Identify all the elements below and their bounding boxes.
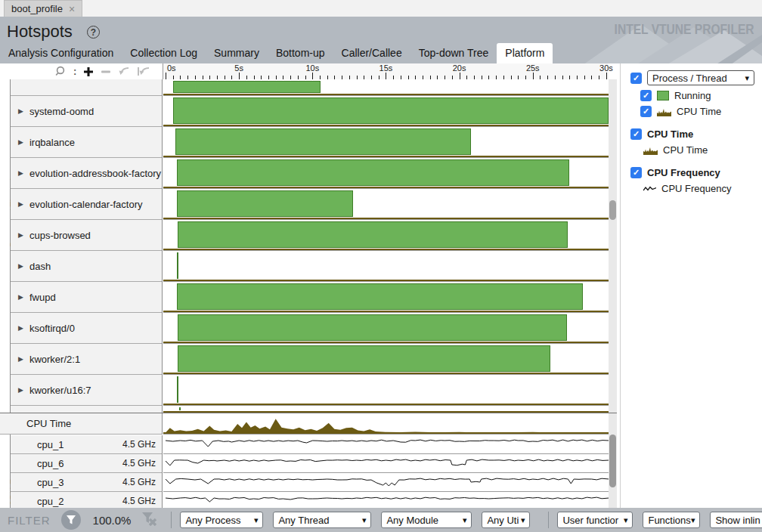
- chevron-down-icon: ▾: [624, 515, 628, 525]
- filter-funnel-icon[interactable]: [61, 510, 81, 530]
- process-row-label[interactable]: ▶dash: [11, 250, 162, 281]
- running-bar[interactable]: [177, 283, 583, 310]
- process-row-label[interactable]: ▶irqbalance: [11, 126, 162, 157]
- chevron-down-icon: ▾: [691, 515, 695, 525]
- process-row-track[interactable]: [163, 312, 609, 343]
- expand-triangle-icon[interactable]: ▶: [18, 138, 23, 146]
- cpu-frequency-track[interactable]: [163, 492, 609, 508]
- time-ruler[interactable]: 0s5s10s15s20s25s30s: [163, 63, 609, 79]
- expand-triangle-icon[interactable]: ▶: [18, 200, 23, 208]
- process-scrollbar[interactable]: [609, 79, 617, 413]
- running-bar[interactable]: [179, 407, 181, 410]
- document-tab[interactable]: boot_profile ×: [4, 0, 82, 17]
- running-bar[interactable]: [177, 159, 570, 186]
- process-row-track[interactable]: [163, 157, 609, 188]
- checkbox-checked[interactable]: ✓: [630, 128, 642, 140]
- zoom-in-button[interactable]: [83, 66, 94, 77]
- close-icon[interactable]: ×: [69, 4, 75, 14]
- process-row-label[interactable]: ▶cups-browsed: [11, 219, 162, 250]
- ruler-major-tick: [606, 73, 607, 79]
- cpu-frequency-row-label[interactable]: cpu_64.5 GHz: [11, 454, 162, 473]
- tab-caller-callee[interactable]: Caller/Callee: [333, 43, 410, 63]
- help-icon[interactable]: ?: [87, 26, 100, 39]
- redo-zoom-button[interactable]: [137, 66, 150, 76]
- running-bar[interactable]: [173, 97, 609, 124]
- expand-triangle-icon[interactable]: ▶: [18, 262, 23, 270]
- running-bar[interactable]: [177, 376, 178, 403]
- process-row-label[interactable]: ▶fwupd: [11, 281, 162, 312]
- process-row-track[interactable]: [163, 95, 609, 126]
- cpu-time-chart[interactable]: [163, 413, 609, 435]
- process-row-track[interactable]: [163, 343, 609, 374]
- filter-select-functions[interactable]: Functions▾: [643, 512, 700, 528]
- process-row-track[interactable]: [163, 188, 609, 219]
- tab-collection-log[interactable]: Collection Log: [122, 43, 206, 63]
- legend-section-title: CPU Frequency: [647, 167, 720, 178]
- group-by-select[interactable]: Process / Thread▾: [647, 70, 754, 85]
- filter-select-any-thread[interactable]: Any Thread▾: [273, 512, 371, 528]
- process-row-track[interactable]: [163, 79, 609, 95]
- running-bar[interactable]: [173, 81, 321, 93]
- process-row-label[interactable]: ▶evolution-calendar-factory: [11, 188, 162, 219]
- filter-select-any-module[interactable]: Any Module▾: [381, 512, 472, 528]
- expand-triangle-icon[interactable]: ▶: [18, 107, 23, 115]
- filter-select-show-inlin[interactable]: Show inlin▾: [710, 512, 762, 528]
- process-scrollbar-thumb[interactable]: [609, 200, 616, 220]
- process-row-label[interactable]: ▶evolution-addressbook-factory: [11, 157, 162, 188]
- filter-select-any-uti[interactable]: Any Uti▾: [482, 512, 530, 528]
- legend-group-process-thread: ✓Process / Thread▾: [630, 70, 762, 85]
- cpu-frequency-track[interactable]: [163, 473, 609, 492]
- process-row-track[interactable]: [163, 250, 609, 281]
- running-bar[interactable]: [178, 345, 551, 372]
- expand-triangle-icon[interactable]: ▶: [18, 293, 23, 301]
- checkbox-checked[interactable]: ✓: [630, 167, 642, 178]
- checkbox-checked[interactable]: ✓: [640, 90, 652, 101]
- process-name: fwupd: [29, 292, 56, 303]
- expand-triangle-icon[interactable]: ▶: [18, 324, 23, 332]
- tab-summary[interactable]: Summary: [206, 43, 268, 63]
- zoom-out-button[interactable]: [101, 66, 111, 77]
- tab-analysis-configuration[interactable]: Analysis Configuration: [0, 43, 122, 63]
- zoom-tool-icon[interactable]: [54, 66, 67, 77]
- process-row-label[interactable]: ▶systemd-oomd: [11, 95, 162, 126]
- cpu-frequency-chart-area[interactable]: [163, 435, 609, 508]
- expand-triangle-icon[interactable]: ▶: [18, 169, 23, 177]
- running-bar[interactable]: [175, 128, 471, 155]
- process-row-track[interactable]: [163, 126, 609, 157]
- expand-triangle-icon[interactable]: ▶: [18, 355, 23, 363]
- cpu-frequency-row-label[interactable]: cpu_24.5 GHz: [11, 492, 162, 508]
- timeline-toolbar: : 0s5s10s15s20s25s30s: [0, 63, 617, 79]
- process-row-track[interactable]: [163, 219, 609, 250]
- cpu-name: cpu_6: [37, 458, 122, 469]
- cpu-frequency-track[interactable]: [163, 454, 609, 473]
- cpu-frequency-track[interactable]: [163, 435, 609, 454]
- process-row-label[interactable]: ▶kworker/u16:7: [11, 374, 162, 405]
- cpu-frequency-row-label[interactable]: cpu_14.5 GHz: [11, 435, 162, 454]
- process-chart-area[interactable]: [163, 79, 609, 413]
- tab-bottom-up[interactable]: Bottom-up: [268, 43, 333, 63]
- filter-select-user-functior[interactable]: User functior▾: [557, 512, 633, 528]
- expand-triangle-icon[interactable]: ▶: [18, 386, 23, 394]
- undo-zoom-button[interactable]: [118, 66, 130, 76]
- filter-clear-icon[interactable]: [141, 511, 158, 529]
- process-row-track[interactable]: [163, 281, 609, 312]
- tab-platform[interactable]: Platform: [497, 43, 553, 63]
- cpu-scrollbar[interactable]: [609, 413, 617, 508]
- expand-triangle-icon[interactable]: ▶: [18, 231, 23, 239]
- running-bar[interactable]: [178, 221, 568, 248]
- process-row-track[interactable]: [163, 374, 609, 405]
- running-bar[interactable]: [178, 314, 568, 341]
- process-row-track[interactable]: [163, 405, 609, 413]
- running-bar[interactable]: [177, 252, 178, 279]
- tab-top-down-tree[interactable]: Top-down Tree: [410, 43, 497, 63]
- process-row-label[interactable]: ▶ksoftirqd/0: [11, 312, 162, 343]
- filter-select-any-process[interactable]: Any Process▾: [180, 512, 263, 528]
- cpu-time-row-label[interactable]: CPU Time: [0, 413, 163, 435]
- cpu-frequency-row-label[interactable]: cpu_34.5 GHz: [11, 473, 162, 492]
- process-row-label[interactable]: ▶kworker/2:1: [11, 343, 162, 374]
- checkbox-checked[interactable]: ✓: [640, 106, 652, 117]
- checkbox-checked[interactable]: ✓: [630, 73, 642, 84]
- filter-divider: [171, 512, 172, 528]
- cpu-scrollbar-thumb[interactable]: [609, 435, 616, 487]
- running-bar[interactable]: [177, 190, 353, 217]
